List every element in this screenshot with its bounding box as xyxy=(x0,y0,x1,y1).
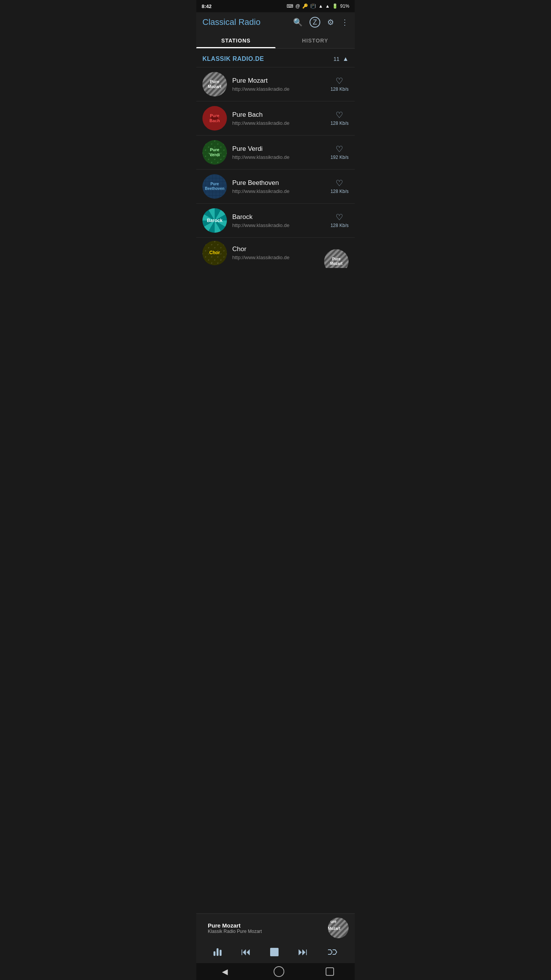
station-url-pure-verdi: http://www.klassikradio.de xyxy=(232,154,331,160)
at-icon: @ xyxy=(295,3,300,9)
station-info-pure-beethoven: Pure Beethoven http://www.klassikradio.d… xyxy=(232,179,331,194)
avatar-label-pure-bach: PureBach xyxy=(210,113,220,123)
station-row-barock[interactable]: Barock Barock http://www.klassikradio.de… xyxy=(196,203,355,237)
bitrate-pure-beethoven: 128 Kb/s xyxy=(331,189,349,194)
group-header-klassik[interactable]: KLASSIK RADIO.DE 11 ▲ xyxy=(196,49,355,67)
station-info-pure-mozart: Pure Mozart http://www.klassikradio.de xyxy=(232,77,331,92)
station-avatar-barock: Barock xyxy=(202,208,227,233)
bitrate-pure-verdi: 192 Kb/s xyxy=(331,155,349,160)
station-fav-pure-mozart[interactable]: ♡ 128 Kb/s xyxy=(331,77,349,92)
station-row-pure-mozart[interactable]: PureMozart Pure Mozart http://www.klassi… xyxy=(196,67,355,101)
battery-percent: 91% xyxy=(340,3,349,9)
station-info-pure-verdi: Pure Verdi http://www.klassikradio.de xyxy=(232,145,331,160)
station-avatar-pure-verdi: PureVerdi xyxy=(202,140,227,165)
station-info-pure-bach: Pure Bach http://www.klassikradio.de xyxy=(232,111,331,126)
app-header: Classical Radio 🔍 Z ⚙ ⋮ xyxy=(196,12,355,32)
mini-avatar-label-mozart: PureMozart xyxy=(330,257,342,266)
station-name-pure-beethoven: Pure Beethoven xyxy=(232,179,331,187)
status-time: 8:42 xyxy=(202,3,212,9)
heart-icon-pure-verdi[interactable]: ♡ xyxy=(336,145,343,154)
key-icon: 🔑 xyxy=(302,3,308,9)
avatar-label-pure-beethoven: PureBeethoven xyxy=(205,182,224,191)
bitrate-pure-mozart: 128 Kb/s xyxy=(331,87,349,92)
station-url-pure-mozart: http://www.klassikradio.de xyxy=(232,86,331,92)
battery-icon: 🔋 xyxy=(332,3,338,9)
heart-icon-pure-beethoven[interactable]: ♡ xyxy=(336,179,343,188)
signal-icon: ▲ xyxy=(325,3,330,9)
station-row-pure-bach[interactable]: PureBach Pure Bach http://www.klassikrad… xyxy=(196,101,355,135)
tab-stations[interactable]: STATIONS xyxy=(196,32,276,48)
avatar-label-chor: Chor xyxy=(209,250,220,255)
status-bar: 8:42 ⌨ @ 🔑 📳 ▲ ▲ 🔋 91% xyxy=(196,0,355,12)
search-icon[interactable]: 🔍 xyxy=(293,18,303,27)
vibrate-icon: 📳 xyxy=(310,3,316,9)
station-fav-barock[interactable]: ♡ 128 Kb/s xyxy=(331,213,349,228)
station-fav-pure-verdi[interactable]: ♡ 192 Kb/s xyxy=(331,145,349,160)
content: KLASSIK RADIO.DE 11 ▲ PureMozart Pure Mo… xyxy=(196,49,355,343)
heart-icon-pure-mozart[interactable]: ♡ xyxy=(336,77,343,85)
station-name-pure-bach: Pure Bach xyxy=(232,111,331,119)
avatar-label-barock: Barock xyxy=(207,218,223,223)
group-title-klassik: KLASSIK RADIO.DE xyxy=(202,56,264,62)
station-url-barock: http://www.klassikradio.de xyxy=(232,222,331,228)
avatar-label-pure-verdi: PureVerdi xyxy=(210,147,220,157)
alarm-icon[interactable]: Z xyxy=(310,17,320,28)
bitrate-pure-bach: 128 Kb/s xyxy=(331,121,349,126)
status-icons: ⌨ @ 🔑 📳 ▲ ▲ 🔋 91% xyxy=(287,3,349,9)
chevron-up-icon: ▲ xyxy=(342,56,349,62)
app-title: Classical Radio xyxy=(202,17,261,27)
tabs: STATIONS HISTORY xyxy=(196,32,355,49)
station-row-chor[interactable]: Chor Chor http://www.klassikradio.de Pur… xyxy=(196,237,355,268)
group-count-number: 11 xyxy=(334,56,340,62)
group-count-klassik[interactable]: 11 ▲ xyxy=(334,56,349,62)
station-url-pure-bach: http://www.klassikradio.de xyxy=(232,120,331,126)
more-icon[interactable]: ⋮ xyxy=(341,18,349,27)
station-name-barock: Barock xyxy=(232,213,331,221)
station-avatar-pure-mozart: PureMozart xyxy=(202,72,227,96)
station-row-pure-beethoven[interactable]: PureBeethoven Pure Beethoven http://www.… xyxy=(196,169,355,203)
station-avatar-chor: Chor xyxy=(202,241,227,265)
settings-icon[interactable]: ⚙ xyxy=(327,18,334,27)
station-avatar-pure-bach: PureBach xyxy=(202,106,227,131)
station-fav-pure-beethoven[interactable]: ♡ 128 Kb/s xyxy=(331,179,349,194)
station-info-barock: Barock http://www.klassikradio.de xyxy=(232,213,331,228)
station-avatar-pure-beethoven: PureBeethoven xyxy=(202,174,227,199)
keyboard-icon: ⌨ xyxy=(287,3,293,9)
tab-history[interactable]: HISTORY xyxy=(276,32,355,48)
station-row-pure-verdi[interactable]: PureVerdi Pure Verdi http://www.klassikr… xyxy=(196,135,355,169)
station-name-pure-verdi: Pure Verdi xyxy=(232,145,331,153)
heart-icon-barock[interactable]: ♡ xyxy=(336,213,343,222)
avatar-label-pure-mozart: PureMozart xyxy=(208,79,221,89)
station-url-pure-beethoven: http://www.klassikradio.de xyxy=(232,188,331,194)
station-fav-pure-bach[interactable]: ♡ 128 Kb/s xyxy=(331,111,349,126)
wifi-icon: ▲ xyxy=(318,3,323,9)
bitrate-barock: 128 Kb/s xyxy=(331,223,349,228)
header-icons: 🔍 Z ⚙ ⋮ xyxy=(293,17,349,28)
heart-icon-pure-bach[interactable]: ♡ xyxy=(336,111,343,119)
station-name-pure-mozart: Pure Mozart xyxy=(232,77,331,85)
